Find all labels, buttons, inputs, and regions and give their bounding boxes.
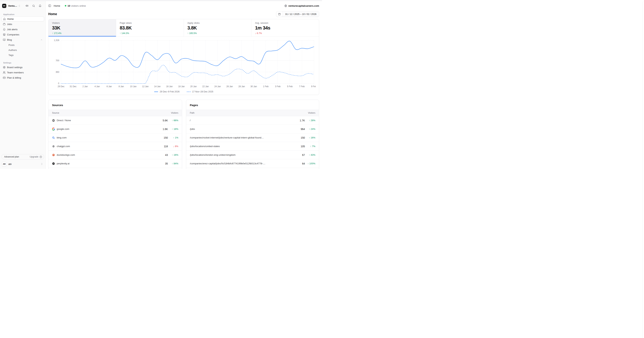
svg-text:2 Jan: 2 Jan [82, 85, 88, 88]
sidebar-nav: ApplicationHomeJobsJob alertsCompaniesBl… [2, 13, 44, 80]
visitors-value: 43 [165, 154, 168, 157]
svg-text:3 Feb: 3 Feb [275, 85, 280, 88]
page-row[interactable]: /jobs/locations/united-states105↑ 7% [186, 142, 319, 151]
svg-text:18 Jan: 18 Jan [178, 85, 185, 88]
analytics-panel: Visitors33K↑ 172.4%Page views83.8K↑ 144.… [48, 19, 319, 95]
legend-current-period: 29 Dec–9 Feb 2026 [154, 90, 180, 93]
visitors-value: 5.6K [162, 119, 168, 122]
sidebar-item-label: Blog [7, 38, 12, 41]
globe-favicon-icon [52, 119, 55, 122]
dashed-line-swatch [187, 92, 190, 92]
sidebar-item-plan-billing[interactable]: Plan & billing [2, 75, 44, 80]
visitors-value: 150 [301, 136, 305, 139]
site-domain[interactable]: venturecapitalcareers.com [284, 4, 319, 7]
source-row[interactable]: duckduckgo.com43↑ 16% [48, 151, 182, 159]
sidebar-item-board-settings[interactable]: Board settings [2, 65, 44, 70]
svg-text:16 Jan: 16 Jan [166, 85, 173, 88]
svg-text:10 Jan: 10 Jan [130, 85, 136, 88]
breadcrumb[interactable]: Home [54, 4, 60, 7]
credit-card-icon [3, 76, 6, 79]
date-range-value: 31 / 12 / 2025 – 10 / 02 / 2026 [283, 11, 319, 17]
sidebar-item-jobs[interactable]: Jobs [2, 22, 44, 27]
search-icon[interactable] [32, 4, 35, 7]
visitors-delta: ↓ 8% [168, 145, 178, 148]
sidebar-subitem-authors[interactable]: Authors [2, 48, 44, 52]
page-row[interactable]: /jobs964↑ 24% [186, 125, 319, 133]
stat-label: Page views [120, 21, 180, 24]
stat-card-apply-clicks[interactable]: Apply clicks3.8K↑ 165.5% [184, 19, 252, 36]
sidebar-item-blog[interactable]: Blog [2, 37, 44, 42]
user-menu[interactable]: AB abi [2, 161, 44, 167]
workspace-switcher[interactable]: vc Ventu… [2, 2, 44, 9]
column-source: Source [52, 112, 59, 114]
stat-card-avg-session[interactable]: Avg. session1m 34s↓ 6.7% [252, 19, 319, 36]
sidebar-item-label: Team members [7, 71, 24, 74]
source-label: chatgpt.com [57, 145, 70, 148]
visitors-delta: ↑ 1% [168, 136, 178, 139]
svg-text:1 Feb: 1 Feb [263, 85, 268, 88]
page-label: /companies/rocket-internet/jobs/venture-… [190, 136, 264, 139]
briefcase-icon [3, 23, 6, 25]
page-row[interactable]: /jobs/locations/london-eng-united-kingdo… [186, 151, 319, 159]
sidebar-item-label: Plan & billing [7, 76, 21, 79]
upgrade-button[interactable]: Upgrade [30, 156, 42, 158]
sources-table-header: Source Visitors [48, 110, 182, 116]
stat-card-page-views[interactable]: Page views83.8K↑ 144.3% [116, 19, 184, 36]
stat-delta: ↑ 172.4% [52, 32, 112, 34]
source-label: bing.com [57, 136, 67, 139]
source-row[interactable]: perplexity.ai35↑ 84% [48, 159, 182, 168]
sources-panel: Sources Source Visitors Direct / None5.6… [48, 100, 182, 169]
page-label: / [190, 119, 190, 122]
sidebar-item-companies[interactable]: Companies [2, 32, 44, 37]
sidebar-subitem-posts[interactable]: Posts [2, 43, 44, 47]
workspace-name: Ventu… [8, 4, 17, 7]
sidebar-toggle-icon[interactable] [48, 4, 51, 7]
visitors-value: 118 [164, 145, 168, 148]
stat-delta: ↓ 6.7% [255, 32, 315, 34]
svg-text:31 Dec: 31 Dec [70, 85, 76, 88]
stat-delta: ↑ 165.5% [188, 32, 248, 34]
svg-text:20 Jan: 20 Jan [190, 85, 197, 88]
visitors-value: 105 [301, 145, 305, 148]
sidebar-subitem-tags[interactable]: Tags [2, 53, 44, 57]
page-title: Home [48, 12, 57, 16]
visitors-delta: ↑ 18% [168, 128, 178, 130]
source-label: perplexity.ai [57, 162, 70, 165]
sources-table-body: Direct / None5.6K↑ 66%google.com1.6K↑ 18… [48, 116, 182, 168]
bell-icon[interactable] [39, 4, 42, 7]
visitors-delta: ↑ 16% [168, 154, 178, 156]
stat-card-visitors[interactable]: Visitors33K↑ 172.4% [48, 19, 116, 36]
sidebar-item-job-alerts[interactable]: Job alerts [2, 27, 44, 32]
sources-title: Sources [48, 100, 182, 110]
source-row[interactable]: Direct / None5.6K↑ 66% [48, 116, 182, 125]
stat-value: 3.8K [188, 25, 248, 31]
source-label: Direct / None [57, 119, 71, 122]
page-row[interactable]: /companies/erez-capital/jobs/0cf184bfc67… [186, 159, 319, 168]
stat-label: Avg. session [255, 21, 315, 24]
svg-text:7 Feb: 7 Feb [299, 85, 305, 88]
svg-text:9 Feb: 9 Feb [311, 85, 316, 88]
visitors-delta: ↑ 28% [305, 119, 315, 122]
user-name: abi [8, 163, 12, 166]
sidebar-item-home[interactable]: Home [2, 16, 44, 21]
source-label: duckduckgo.com [57, 154, 75, 156]
sidebar-item-team-members[interactable]: Team members [2, 70, 44, 75]
date-range-picker[interactable]: 31 / 12 / 2025 – 10 / 02 / 2026 [276, 11, 319, 17]
pages-table-header: Path Visitors [186, 110, 319, 116]
book-open-icon [3, 38, 6, 41]
sidebar-header-icons [26, 4, 44, 7]
svg-text:1,316: 1,316 [54, 39, 59, 41]
plan-upgrade-pill[interactable]: Advanced plan Upgrade [2, 154, 44, 160]
page-row[interactable]: /companies/rocket-internet/jobs/venture-… [186, 133, 319, 142]
volume-icon[interactable] [26, 4, 28, 7]
sidebar-item-label: Jobs [7, 23, 12, 25]
visitors-delta: ↑ 16% [305, 136, 315, 139]
source-row[interactable]: bing.com150↑ 1% [48, 133, 182, 142]
source-row[interactable]: chatgpt.com118↓ 8% [48, 142, 182, 151]
visitors-value: 67 [302, 154, 305, 157]
source-row[interactable]: google.com1.6K↑ 18% [48, 125, 182, 133]
page-row[interactable]: /1.7K↑ 28% [186, 116, 319, 125]
calendar-icon [276, 11, 283, 17]
avatar: AB [2, 162, 7, 167]
source-label: google.com [57, 128, 69, 130]
